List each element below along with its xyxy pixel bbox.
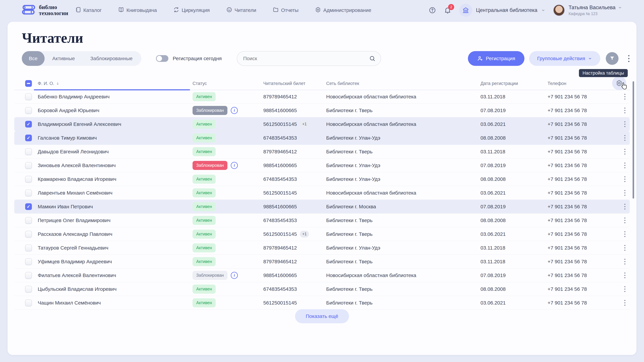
nav-item-reports[interactable]: Отчеты <box>273 7 298 14</box>
column-header-phone[interactable]: Телефон <box>548 77 566 90</box>
row-menu-button[interactable] <box>624 186 626 200</box>
vertical-scrollbar[interactable] <box>632 81 634 199</box>
row-checkbox[interactable] <box>25 272 32 279</box>
select-all-checkbox[interactable] <box>25 80 32 87</box>
row-menu-button[interactable] <box>624 159 626 172</box>
library-selector[interactable]: Центральная библиотека <box>459 4 546 17</box>
phone-number: +7 901 234 56 78 <box>548 117 587 131</box>
row-checkbox[interactable] <box>25 93 32 100</box>
row-menu-button[interactable] <box>624 117 626 131</box>
row-checkbox[interactable] <box>25 203 32 210</box>
library-network: Библиотеки г. Тверь <box>326 214 372 227</box>
filter-button[interactable] <box>606 52 618 65</box>
nav-item-circulation[interactable]: Циркуляция <box>173 7 210 14</box>
row-checkbox[interactable] <box>25 121 32 128</box>
column-header-name[interactable]: Ф. И. О. <box>38 77 60 90</box>
search-icon[interactable] <box>369 55 376 62</box>
phone-number: +7 901 234 56 78 <box>548 255 587 268</box>
row-menu-button[interactable] <box>624 296 626 310</box>
phone-number: +7 901 234 56 78 <box>548 159 587 172</box>
row-menu-button[interactable] <box>624 269 626 282</box>
table-row[interactable]: Петрищев Олег Владимирович Активен 67483… <box>14 214 630 227</box>
row-menu-button[interactable] <box>624 255 626 268</box>
row-checkbox[interactable] <box>25 148 32 155</box>
show-more-button[interactable]: Показать ещё <box>295 309 349 323</box>
card-number: 561250015145 <box>263 190 297 196</box>
column-header-status[interactable]: Статус <box>192 77 207 90</box>
table-row[interactable]: Давыдов Евгений Леонидович Активен 87978… <box>14 145 630 159</box>
table-row[interactable]: Татауров Сергей Геннадьевич Активен 8797… <box>14 241 630 255</box>
register-button[interactable]: Регистрация <box>468 51 524 66</box>
row-menu-button[interactable] <box>624 200 626 213</box>
row-menu-button[interactable] <box>624 214 626 227</box>
row-checkbox[interactable] <box>25 162 32 169</box>
row-checkbox[interactable] <box>25 245 32 251</box>
row-checkbox[interactable] <box>25 300 32 306</box>
group-actions-button[interactable]: Групповые действия <box>529 51 600 66</box>
row-checkbox[interactable] <box>25 231 32 238</box>
table-row[interactable]: Галсанов Тимур Кимович Активен 674835454… <box>14 131 630 145</box>
column-header-network[interactable]: Сеть библиотек <box>326 77 359 90</box>
row-menu-button[interactable] <box>624 172 626 186</box>
segment-all[interactable]: Все <box>22 51 44 66</box>
row-checkbox[interactable] <box>25 258 32 265</box>
registration-today-toggle[interactable] <box>156 55 168 62</box>
row-checkbox[interactable] <box>25 286 32 293</box>
table-row[interactable]: Рассказов Александр Павлович Активен 561… <box>14 227 630 241</box>
table-row[interactable]: Лаврентьев Михаил Семёнович Активен 5612… <box>14 186 630 200</box>
more-actions-button[interactable] <box>624 52 634 65</box>
column-header-date[interactable]: Дата регистрации <box>480 77 518 90</box>
main-nav: Каталог Книговыдача Циркуляция Читатели <box>75 7 371 14</box>
registration-date: 03.06.2021 <box>480 186 506 200</box>
row-menu-button[interactable] <box>624 104 626 117</box>
table-row[interactable]: Зиновьев Алексей Валентинович Заблокиров… <box>14 159 630 172</box>
table-row[interactable]: Мамкин Иван Петрович Активен 98854160066… <box>14 200 630 214</box>
row-checkbox[interactable] <box>25 107 32 114</box>
funnel-icon <box>609 55 615 61</box>
registration-date: 08.08.2008 <box>480 282 506 296</box>
info-icon[interactable]: i <box>231 162 238 169</box>
row-menu-button[interactable] <box>624 131 626 145</box>
row-menu-button[interactable] <box>624 145 626 158</box>
search-input[interactable] <box>237 56 369 61</box>
card-number: 879789465412 <box>263 149 297 155</box>
user-menu[interactable]: Татьяна Васильева Кафедра № 123 <box>553 4 622 16</box>
row-checkbox[interactable] <box>25 176 32 183</box>
help-button[interactable] <box>429 6 436 14</box>
nav-item-administration[interactable]: Администрирование <box>315 7 371 14</box>
nav-item-lending[interactable]: Книговыдача <box>118 7 157 14</box>
table-row[interactable]: Цыбульский Владислав Игоревич Активен 67… <box>14 282 630 296</box>
row-menu-button[interactable] <box>624 241 626 255</box>
row-checkbox[interactable] <box>25 135 32 141</box>
table-row[interactable]: Владимирский Евгений Алексеевич Активен … <box>14 117 630 131</box>
nav-item-readers[interactable]: Читатели <box>226 7 256 14</box>
info-icon[interactable]: i <box>231 107 238 114</box>
chevron-down-icon <box>541 8 546 12</box>
info-icon[interactable]: i <box>231 272 238 279</box>
user-info: Татьяна Васильева Кафедра № 123 <box>568 4 622 16</box>
reader-name: Татауров Сергей Геннадьевич <box>38 241 108 255</box>
brand-logo[interactable]: библио технологии <box>22 4 68 16</box>
card-number: 988541600665 <box>263 108 297 113</box>
table-row[interactable]: Бабенко Владимир Андреевич Активен 87978… <box>14 90 630 104</box>
nav-item-catalog[interactable]: Каталог <box>75 7 102 14</box>
nav-label: Отчеты <box>281 7 298 13</box>
row-checkbox[interactable] <box>25 217 32 224</box>
row-checkbox[interactable] <box>25 190 32 196</box>
phone-number: +7 901 234 56 78 <box>548 269 587 282</box>
table-row[interactable]: Крамаренко Владислав Игоревич Активен 67… <box>14 172 630 186</box>
notifications-button[interactable]: 2 <box>444 6 452 14</box>
row-menu-button[interactable] <box>624 90 626 103</box>
table-row[interactable]: Уфимцев Владимир Андреевич Активен 87978… <box>14 255 630 269</box>
row-menu-button[interactable] <box>624 282 626 296</box>
segment-active[interactable]: Активные <box>44 51 83 66</box>
table-row[interactable]: Чащин Михаил Семёнович Активен 561250015… <box>14 296 630 310</box>
card-number: 674835454353 <box>263 135 297 141</box>
library-network: Новосибирская областная библиотека <box>326 90 416 103</box>
row-menu-button[interactable] <box>624 227 626 241</box>
segment-blocked[interactable]: Заблокированные <box>82 51 140 66</box>
status-badge: Активен <box>192 147 216 156</box>
table-row[interactable]: Филатьев Алексей Валентинович Заблокиров… <box>14 269 630 282</box>
table-row[interactable]: Боровой Андрей Юрьевич Заблокирован i 98… <box>14 104 630 117</box>
column-header-card[interactable]: Читательский билет <box>263 77 306 90</box>
